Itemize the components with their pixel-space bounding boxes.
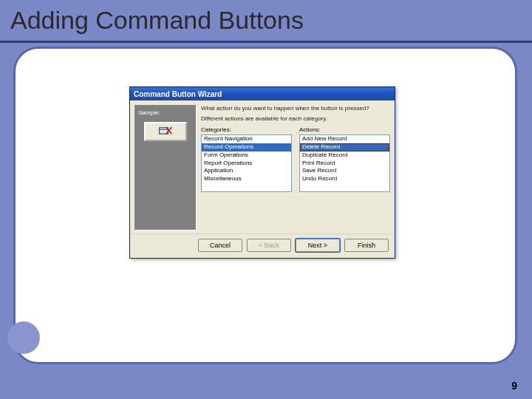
wizard-prompt-1: What action do you want to happen when t… bbox=[201, 105, 390, 112]
back-button: < Back bbox=[247, 239, 291, 252]
delete-record-icon bbox=[158, 126, 173, 137]
slide-title: Adding Command Buttons bbox=[10, 6, 304, 35]
list-item[interactable]: Miscellaneous bbox=[202, 175, 291, 183]
command-button-wizard-dialog: Command Button Wizard Sample: What actio… bbox=[129, 86, 395, 259]
list-item[interactable]: Form Operations bbox=[202, 151, 291, 160]
sample-label: Sample: bbox=[138, 109, 193, 116]
page-number: 9 bbox=[511, 380, 517, 392]
list-item[interactable]: Record Navigation bbox=[202, 135, 291, 143]
dialog-titlebar[interactable]: Command Button Wizard bbox=[130, 87, 395, 100]
list-item[interactable]: Delete Record bbox=[300, 143, 389, 151]
dialog-title: Command Button Wizard bbox=[134, 90, 222, 98]
actions-listbox[interactable]: Add New RecordDelete RecordDuplicate Rec… bbox=[299, 134, 390, 192]
list-item[interactable]: Undo Record bbox=[300, 175, 389, 183]
wizard-button-row: Cancel < Back Next > Finish bbox=[130, 233, 395, 258]
categories-listbox[interactable]: Record NavigationRecord OperationsForm O… bbox=[201, 134, 292, 192]
actions-label: Actions: bbox=[299, 126, 390, 133]
next-button[interactable]: Next > bbox=[296, 239, 340, 252]
list-item[interactable]: Application bbox=[202, 167, 291, 175]
sample-preview-button bbox=[144, 122, 187, 141]
list-item[interactable]: Save Record bbox=[300, 167, 389, 175]
list-item[interactable]: Duplicate Record bbox=[300, 151, 389, 160]
lists-row: Categories: Record NavigationRecord Oper… bbox=[201, 126, 390, 192]
dialog-body: Sample: What action do you want to happe… bbox=[130, 100, 395, 233]
list-item[interactable]: Report Operations bbox=[202, 160, 291, 168]
wizard-right-pane: What action do you want to happen when t… bbox=[201, 105, 390, 231]
title-divider bbox=[0, 41, 532, 43]
sample-pane: Sample: bbox=[134, 105, 197, 231]
wizard-prompt-2: Different actions are available for each… bbox=[201, 115, 390, 123]
categories-column: Categories: Record NavigationRecord Oper… bbox=[201, 126, 292, 192]
accent-circle bbox=[7, 321, 40, 354]
actions-column: Actions: Add New RecordDelete RecordDupl… bbox=[299, 126, 390, 192]
list-item[interactable]: Print Record bbox=[300, 160, 389, 168]
finish-button[interactable]: Finish bbox=[344, 239, 389, 252]
list-item[interactable]: Add New Record bbox=[300, 135, 389, 143]
list-item[interactable]: Record Operations bbox=[202, 143, 291, 151]
categories-label: Categories: bbox=[201, 126, 292, 133]
cancel-button[interactable]: Cancel bbox=[198, 239, 242, 252]
